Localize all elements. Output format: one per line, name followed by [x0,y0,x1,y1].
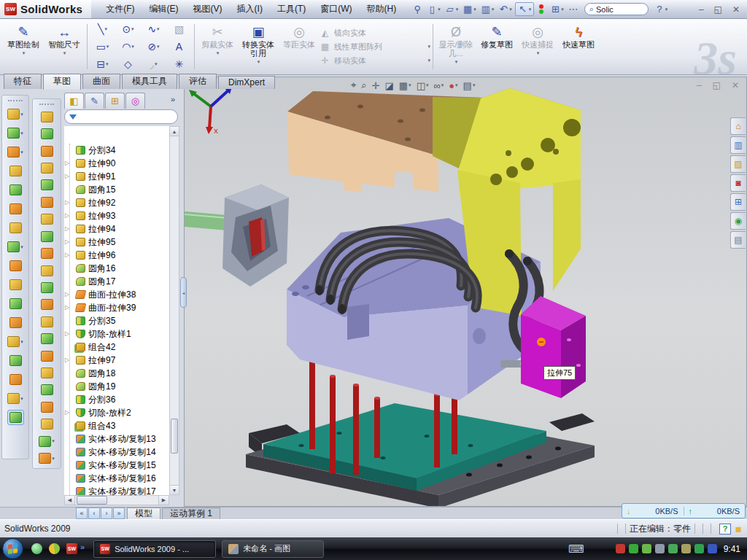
scroll-right-button[interactable]: ▶ [158,496,169,505]
help-button[interactable]: ?▾ [653,3,670,15]
tab-模具工具[interactable]: 模具工具 [122,74,177,89]
plane-button[interactable] [41,195,53,209]
tree-item[interactable]: 组合42 [64,341,169,354]
menu-帮助(H)[interactable]: 帮助(H) [360,0,404,18]
move-entities-button[interactable]: ✛ 移动实体▾ [320,55,430,66]
repair-sketch-button[interactable]: ✎ 修复草图 [476,20,517,73]
scroll-down-button[interactable]: ▼ [170,485,179,494]
expander-icon[interactable]: ▷ [65,238,69,245]
menu-插入(I)[interactable]: 插入(I) [230,0,270,18]
rib-button[interactable] [9,258,22,273]
close-button[interactable]: ✕ [732,4,740,15]
expander-icon[interactable]: ▷ [65,330,69,337]
expander-icon[interactable]: ▷ [65,225,69,232]
quick-tips-button[interactable]: ? [719,524,731,534]
tree-item[interactable]: 实体-移动/复制15 [64,459,169,472]
home-tab[interactable]: ⌂ [730,117,746,135]
tree-item[interactable]: ▷切除-放样1 [64,327,169,341]
tab-DimXpert[interactable]: DimXpert [218,76,275,89]
feature-star-button[interactable]: ▾ [39,435,55,448]
extruded-cut-button[interactable]: ▾ [7,125,23,141]
polygon-tool-icon[interactable]: ◇ [115,55,141,73]
zoom-area-icon[interactable]: ⌕ [361,79,366,91]
tree-item[interactable]: ▷拉伸92 [64,196,169,209]
dimxpertmanager-tab[interactable]: ◎ [125,93,145,109]
design-library-tab[interactable]: ▥ [730,136,746,154]
scroll-thumb[interactable] [171,419,178,454]
dome-button[interactable] [41,127,53,140]
swept-boss-button[interactable] [41,230,53,243]
graphics-viewport[interactable]: ⌖⌕✛◪▦▾◫▾∞▾●▾▤▾ – ◱ ✕ ⌂▥▨◙⊞◉▤ 拉伸75 Y Z X [184,77,747,507]
circle-tool-icon[interactable]: ⊙▾ [115,20,141,38]
tab-nav-›[interactable]: › [101,508,112,519]
trim-entities-button[interactable]: ✂ 剪裁实体▾ [197,20,238,73]
offset-entities-button[interactable]: ◎ 等距实体 [279,20,320,73]
restore-button[interactable]: ◱ [714,4,722,15]
tree-item[interactable]: 分割35 [64,314,169,327]
taskbar-button-solidworks[interactable]: SW SolidWorks 2009 - ... [93,540,216,558]
quick-snaps-button[interactable]: ◎ 快速捕捉▾ [517,20,558,73]
select-entities-tool-icon[interactable]: ▧ [166,20,192,38]
tree-item[interactable]: 实体-移动/复制14 [64,446,169,459]
mirror-entities-button[interactable]: ◭ 镜向实体 [320,28,430,39]
tree-item[interactable]: 分割34 [64,144,169,157]
search-input[interactable]: ⌕ Solic [584,3,649,15]
pan-icon[interactable]: ✛ [372,80,380,91]
surface-fill-button[interactable] [41,213,53,226]
smart-dimension-button[interactable]: ↔ 智能尺寸▾ [44,20,85,73]
spline-tool-icon[interactable]: ∿▾ [141,20,166,38]
expander-icon[interactable]: ▷ [65,409,69,416]
move-face-button[interactable] [41,349,53,362]
solidworks-resources-tab[interactable]: ◙ [730,174,746,192]
tree-item[interactable]: 分割36 [64,393,169,406]
doc-close-button[interactable]: ✕ [732,80,739,90]
input-method-icon[interactable]: ⌨ [568,542,584,556]
arc-tool-icon[interactable]: ◠▾ [115,38,141,55]
shell-button[interactable] [9,182,22,198]
scroll-up-button[interactable]: ▲ [170,127,179,136]
chamfer-button[interactable] [9,163,22,179]
expander-icon[interactable]: ▷ [65,357,69,363]
tree-item[interactable]: ▷拉伸95 [64,236,169,249]
box-feature-button[interactable] [41,315,53,328]
ellipse-tool-icon[interactable]: ⊘▾ [141,38,166,55]
select-icon[interactable]: ↖▾ [515,2,535,16]
tree-item[interactable]: 圆角16 [64,262,169,275]
tree-item[interactable]: ▷拉伸94 [64,222,169,236]
tab-曲面[interactable]: 曲面 [82,74,120,89]
tab-nav-‹[interactable]: ‹ [88,508,100,519]
bend-button[interactable] [41,264,53,277]
intersect-button[interactable] [41,281,53,294]
tab-motion-study[interactable]: 运动算例 1 [162,508,220,519]
dome-face-button[interactable] [41,400,53,413]
taskbar-button-paint[interactable]: 未命名 - 画图 [222,540,324,558]
scene-icon[interactable]: ▤▾ [463,80,476,91]
rebuild-icon[interactable] [535,4,547,15]
indent-button[interactable] [41,384,53,397]
flex-button[interactable] [41,179,53,192]
split-button[interactable] [9,277,22,292]
draft-face-button[interactable] [41,161,53,174]
tree-item[interactable]: ▷拉伸90 [64,157,169,170]
freeform-button[interactable] [41,110,53,123]
slot-tool-icon[interactable]: ⊟▾ [90,55,115,73]
security-shield-tray-icon[interactable] [629,544,638,553]
tree-item[interactable]: ▷曲面-拉伸39 [64,301,169,314]
tree-vertical-scrollbar[interactable]: ▲ ▼ [169,126,179,495]
tree-item[interactable]: ▷拉伸97 [64,354,169,367]
hide-show-items-icon[interactable]: ∞▾ [433,80,444,91]
manager-tabs-overflow[interactable]: » [171,93,179,109]
hscroll-thumb[interactable] [77,496,107,505]
tab-草图[interactable]: 草图 [43,74,81,90]
combine-button[interactable] [9,296,22,311]
section-view-icon[interactable]: ◪ [385,80,394,91]
featuremanager-tab[interactable]: ◧ [64,93,84,109]
solidworks-launcher-icon[interactable]: SW [66,543,77,554]
convert-entities-button[interactable]: ▣ 转换实体引用▾ [238,20,279,73]
tree-item[interactable]: ▷拉伸91 [64,170,169,183]
file-explorer-tab[interactable]: ▨ [730,155,746,173]
model-magenta-block[interactable] [521,296,586,398]
view-orientation-icon[interactable]: ▦▾ [399,80,411,91]
options-icon[interactable]: ⊞▾ [549,3,565,15]
antivirus-tray-icon[interactable] [616,544,625,553]
